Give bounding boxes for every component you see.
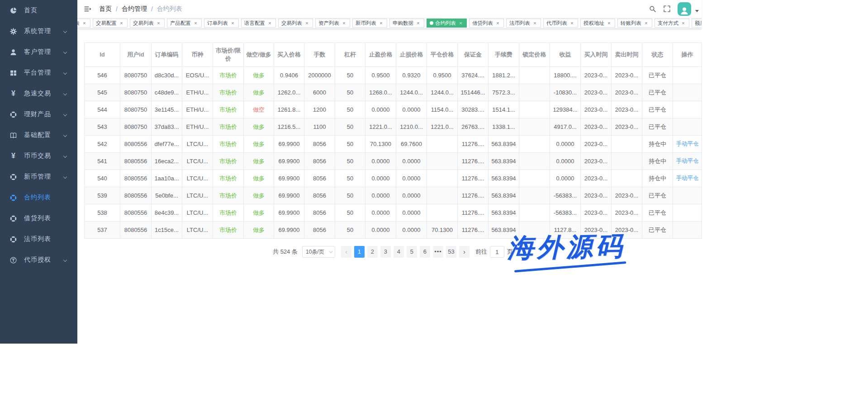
page-button[interactable]: 53 <box>446 246 456 258</box>
table-row[interactable]: 54480807503e1145...ETH/U...市场价做空1261.8..… <box>85 101 702 118</box>
cell-hands: 8056 <box>304 136 335 153</box>
tab[interactable]: 代币列表× <box>543 19 578 28</box>
tab[interactable]: 额度转换× <box>692 19 702 28</box>
close-icon[interactable]: × <box>378 20 384 26</box>
sidebar-item[interactable]: 借贷列表 <box>0 208 77 229</box>
compass-icon <box>9 173 17 181</box>
sidebar-item[interactable]: 首页 <box>0 0 77 21</box>
tab[interactable]: 资产列表× <box>315 19 350 28</box>
search-icon[interactable] <box>649 5 656 13</box>
column-header: 止损价格 <box>396 43 427 67</box>
tab[interactable]: 语言配置× <box>241 19 276 28</box>
close-icon[interactable]: × <box>680 20 686 26</box>
close-icon[interactable]: × <box>304 20 310 26</box>
prev-page-button[interactable]: ‹ <box>341 246 351 258</box>
cell-buy_time: 2023-0... <box>581 118 612 136</box>
cell-close_price: 1221.0... <box>427 118 458 136</box>
page-size-value: 10条/页 <box>306 248 324 256</box>
page-button[interactable]: 3 <box>380 246 391 258</box>
cell-coin: ETH/U... <box>182 84 213 101</box>
close-icon[interactable]: × <box>495 20 501 26</box>
cell-action[interactable]: 手动平仓 <box>673 170 702 187</box>
cell-profit: 18800.... <box>550 67 581 84</box>
cell-tp: 0.0000 <box>365 101 396 118</box>
sidebar-item[interactable]: 新币管理 <box>0 166 77 187</box>
breadcrumb-contract-manage[interactable]: 合约管理 <box>122 5 147 13</box>
sidebar-item[interactable]: ¥急速交易 <box>0 83 77 104</box>
sidebar-item[interactable]: 理财产品 <box>0 104 77 125</box>
tab[interactable]: 订单列表× <box>204 19 239 28</box>
close-icon[interactable]: × <box>156 20 161 26</box>
tab[interactable]: 法币列表× <box>506 19 541 28</box>
table-row[interactable]: 53880805568e4c39...LTC/U...市场价做多69.99008… <box>85 204 702 222</box>
tab[interactable]: 列表× <box>77 19 90 28</box>
cell-hands: 6000 <box>304 84 335 101</box>
tab[interactable]: 转账列表× <box>617 19 652 28</box>
close-icon[interactable]: × <box>569 20 575 26</box>
tab[interactable]: 交易列表× <box>130 19 165 28</box>
cell-sell_time: 2023-0... <box>612 84 642 101</box>
breadcrumb-home[interactable]: 首页 <box>99 5 112 13</box>
close-icon[interactable]: × <box>532 20 538 26</box>
page-button[interactable]: 5 <box>407 246 417 258</box>
cell-sell_time <box>612 170 642 187</box>
table-row[interactable]: 54080805561aa10a...LTC/U...市场价做多69.99008… <box>85 170 702 187</box>
page-jump-input[interactable] <box>490 246 504 258</box>
caret-down-icon[interactable] <box>695 10 699 12</box>
close-icon[interactable]: × <box>606 20 612 26</box>
sidebar-item[interactable]: 客户管理 <box>0 42 77 62</box>
next-page-button[interactable]: › <box>459 246 470 258</box>
cell-buy_price: 0.9406 <box>274 67 304 84</box>
tab[interactable]: 交易配置× <box>93 19 128 28</box>
sidebar-item[interactable]: 系统管理 <box>0 21 77 42</box>
tab[interactable]: 合约列表× <box>427 19 467 28</box>
cell-action[interactable]: 手动平仓 <box>673 136 702 153</box>
page-button[interactable]: 2 <box>367 246 378 258</box>
cell-buy_time: 2023-0... <box>581 204 612 222</box>
page-button[interactable]: 4 <box>394 246 404 258</box>
page-button[interactable]: 6 <box>420 246 430 258</box>
table-row[interactable]: 543808075037da83...ETH/U...市场价做多1216.5..… <box>85 118 702 136</box>
cell-sl: 0.9320 <box>396 67 427 84</box>
tab[interactable]: 借贷列表× <box>469 19 504 28</box>
table-row[interactable]: 5468080750d8c30d...EOS/U...市场价做多0.940620… <box>85 67 702 84</box>
table-row[interactable]: 5458080750c48de9...ETH/U...市场价做多1262.0..… <box>85 84 702 101</box>
table-row[interactable]: 53780805561c15ce...LTC/U...市场价做多69.99008… <box>85 222 702 239</box>
tab[interactable]: 产品配置× <box>167 19 202 28</box>
tab-label: 产品配置 <box>170 19 191 28</box>
sidebar-item[interactable]: ¥币币交易 <box>0 146 77 166</box>
cell-lever: 50 <box>335 170 365 187</box>
page-size-select[interactable]: 10条/页 <box>302 246 335 258</box>
sidebar-item[interactable]: 平台管理 <box>0 62 77 83</box>
hamburger-icon[interactable] <box>77 0 98 18</box>
page-button[interactable]: 1 <box>354 246 365 258</box>
tab[interactable]: 交易列表× <box>278 19 313 28</box>
sidebar-item[interactable]: 代币授权 <box>0 250 77 270</box>
avatar[interactable] <box>678 2 691 16</box>
close-icon[interactable]: × <box>267 20 273 26</box>
page-button[interactable]: ••• <box>433 246 443 258</box>
close-icon[interactable]: × <box>119 20 124 26</box>
sidebar-item[interactable]: 合约列表 <box>0 187 77 208</box>
tab[interactable]: 支付方式× <box>655 19 689 28</box>
tab[interactable]: 授权地址× <box>580 19 615 28</box>
close-icon[interactable]: × <box>458 20 464 26</box>
cell-uid: 8080750 <box>120 84 152 101</box>
cell-profit: -56383... <box>550 187 581 204</box>
column-header: 手续费 <box>489 43 519 67</box>
tab[interactable]: 新币列表× <box>352 19 387 28</box>
cell-action[interactable]: 手动平仓 <box>673 153 702 170</box>
sidebar-item[interactable]: 法币列表 <box>0 229 77 250</box>
close-icon[interactable]: × <box>341 20 347 26</box>
close-icon[interactable]: × <box>415 20 421 26</box>
close-icon[interactable]: × <box>643 20 649 26</box>
close-icon[interactable]: × <box>230 20 236 26</box>
table-row[interactable]: 53980805565e0bfe...LTC/U...市场价做多69.99008… <box>85 187 702 204</box>
close-icon[interactable]: × <box>81 20 87 26</box>
table-row[interactable]: 541808055616eca2...LTC/U...市场价做多69.99008… <box>85 153 702 170</box>
tab[interactable]: 申购数据× <box>389 19 424 28</box>
table-row[interactable]: 5428080556dfef77e...LTC/U...市场价做多69.9900… <box>85 136 702 153</box>
close-icon[interactable]: × <box>193 20 199 26</box>
sidebar-item[interactable]: 基础配置 <box>0 125 77 146</box>
fullscreen-icon[interactable] <box>663 5 671 13</box>
